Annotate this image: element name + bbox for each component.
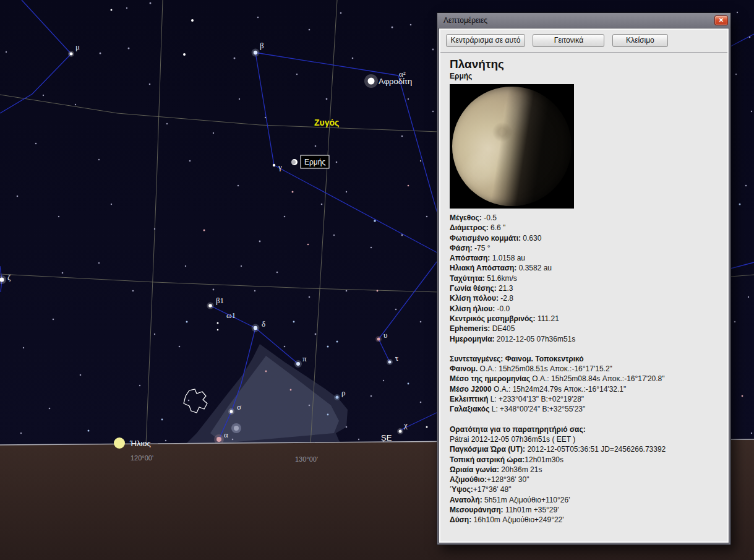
star [179, 346, 181, 348]
star [346, 191, 347, 192]
star [749, 37, 751, 38]
star [208, 304, 212, 308]
star [154, 334, 155, 335]
star [111, 9, 113, 11]
star [748, 296, 749, 298]
star [259, 241, 261, 243]
neighbors-button[interactable]: Γειτονικά [533, 34, 604, 47]
star [128, 48, 130, 50]
star [352, 58, 354, 59]
star [751, 433, 752, 434]
star [49, 408, 51, 410]
sky-object-label: δ [262, 319, 265, 329]
star [401, 235, 403, 236]
star [230, 410, 233, 413]
star [336, 162, 338, 163]
star [296, 74, 298, 75]
star [254, 290, 255, 291]
star [98, 159, 100, 160]
star [75, 104, 76, 105]
constellation-label: Ζυγός [314, 118, 339, 127]
star [408, 185, 409, 187]
star [20, 433, 22, 434]
star [111, 204, 112, 205]
dialog-titlebar[interactable]: Λεπτομέρειες ✕ [437, 13, 730, 28]
detail-row: Ύψος:+17°36' 48" [450, 485, 721, 494]
star [53, 319, 54, 321]
detail-row: Αζιμούθιο:+128°36' 30" [450, 475, 721, 485]
planet-image [450, 84, 574, 209]
star [165, 440, 166, 441]
star [276, 272, 278, 274]
detail-row: Κλίση ήλιου: -0.0 [450, 304, 721, 314]
detail-row: Παγκόσμια Ώρα (UT): 2012-12-05T05:36:51 … [450, 444, 721, 454]
sky-object-label: α [224, 430, 228, 439]
sky-object-label: χ [403, 420, 408, 429]
star [340, 12, 342, 14]
star [290, 389, 292, 391]
dialog-title: Λεπτομέρειες [443, 16, 487, 25]
star [70, 53, 73, 56]
star [161, 419, 163, 421]
mercury-sphere [452, 87, 572, 206]
star [154, 228, 155, 230]
star [23, 347, 24, 348]
sun-marker [114, 437, 125, 449]
star [203, 230, 205, 231]
star [132, 290, 134, 292]
object-name: Ερμής [450, 72, 721, 80]
star [284, 346, 286, 348]
detail-row: Pátrai 2012-12-05 07h36m51s ( EET ) [450, 434, 721, 444]
star [346, 426, 348, 428]
sky-object-label: β [260, 41, 264, 50]
star [377, 290, 379, 292]
sky-object-label: β1 [216, 296, 224, 305]
star [150, 2, 152, 4]
star [371, 395, 372, 397]
star [388, 361, 392, 364]
sky-object-label: γ [278, 162, 282, 171]
star [126, 7, 127, 9]
star [336, 396, 339, 399]
sky-object-label: υ [383, 330, 387, 340]
star [213, 289, 215, 291]
star [333, 235, 335, 236]
detail-row: Ημερομηνία: 2012-12-05 07h36m51s [450, 334, 721, 344]
detail-row: Ephemeris: DE405 [450, 324, 721, 334]
detail-row: Φωτισμένο κομμάτι: 0.630 [450, 233, 721, 243]
star [284, 216, 286, 218]
star [735, 74, 737, 75]
star [234, 58, 236, 59]
star [186, 321, 188, 323]
center-on-object-button[interactable]: Κεντράρισμα σε αυτό [446, 34, 525, 47]
star [183, 53, 186, 56]
detail-row: Μέσο J2000 O.A.: 15h24m24.79s Αποκ.:-16°… [450, 384, 721, 394]
sky-object-label: ρ [341, 388, 346, 397]
star [309, 29, 311, 31]
star [377, 338, 380, 341]
sky-object-label: Αφροδίτη [379, 77, 412, 86]
star [217, 322, 219, 324]
star [742, 395, 743, 397]
star [58, 216, 59, 217]
close-button[interactable]: Κλείσιμο [612, 34, 668, 47]
star [292, 191, 294, 193]
star [217, 329, 219, 331]
star [420, 160, 421, 162]
star [80, 374, 82, 376]
star [410, 24, 412, 26]
detail-row: Ορατότητα για το παρατηρητήριό σας: [450, 424, 721, 434]
detail-row: Μεσουράνηση: 11h01m +35°29' [450, 505, 721, 515]
sky-object-label: π [302, 354, 307, 363]
close-icon[interactable]: ✕ [714, 15, 728, 25]
star [17, 196, 19, 197]
sky-object-label: ζ [7, 272, 11, 282]
mercury-phase-shade [291, 160, 296, 165]
star [6, 51, 7, 53]
detail-row: Εκλειπτική L: +233°04'13" B:+02°19'28" [450, 394, 721, 404]
detail-row: Ηλιακή Απόσταση: 0.3582 au [450, 263, 721, 273]
star [392, 27, 393, 28]
star [309, 296, 311, 298]
star [737, 12, 738, 13]
star [751, 111, 752, 112]
